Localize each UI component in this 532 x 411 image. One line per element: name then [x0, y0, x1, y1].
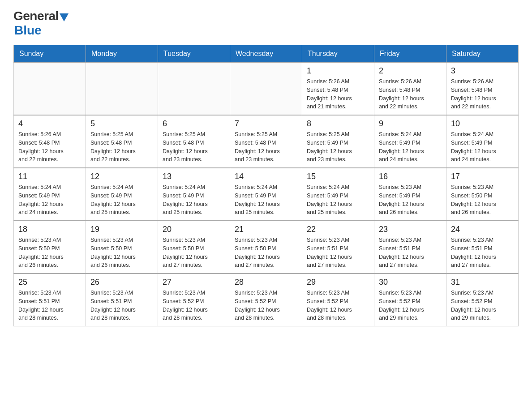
- calendar-cell: 5Sunrise: 5:25 AMSunset: 5:48 PMDaylight…: [86, 115, 158, 168]
- day-number: 2: [379, 66, 442, 76]
- day-number: 1: [307, 66, 369, 76]
- calendar-cell: 9Sunrise: 5:24 AMSunset: 5:49 PMDaylight…: [374, 115, 446, 168]
- day-info: Sunrise: 5:24 AMSunset: 5:49 PMDaylight:…: [18, 183, 81, 217]
- calendar-cell: 30Sunrise: 5:23 AMSunset: 5:52 PMDayligh…: [374, 274, 446, 326]
- calendar-cell: 3Sunrise: 5:26 AMSunset: 5:48 PMDaylight…: [446, 63, 519, 116]
- calendar-header-row: SundayMondayTuesdayWednesdayThursdayFrid…: [14, 45, 519, 63]
- day-info: Sunrise: 5:23 AMSunset: 5:52 PMDaylight:…: [235, 289, 297, 322]
- page-header: General Blue: [13, 9, 519, 38]
- calendar-cell: 26Sunrise: 5:23 AMSunset: 5:51 PMDayligh…: [86, 274, 158, 326]
- calendar-cell: 21Sunrise: 5:23 AMSunset: 5:50 PMDayligh…: [230, 221, 302, 274]
- calendar-cell: 15Sunrise: 5:24 AMSunset: 5:49 PMDayligh…: [302, 168, 374, 221]
- calendar-cell: 31Sunrise: 5:23 AMSunset: 5:52 PMDayligh…: [446, 274, 519, 326]
- day-info: Sunrise: 5:23 AMSunset: 5:51 PMDaylight:…: [18, 289, 81, 322]
- day-info: Sunrise: 5:26 AMSunset: 5:48 PMDaylight:…: [307, 77, 369, 111]
- calendar-cell: 24Sunrise: 5:23 AMSunset: 5:51 PMDayligh…: [446, 221, 519, 274]
- day-info: Sunrise: 5:23 AMSunset: 5:52 PMDaylight:…: [307, 289, 369, 322]
- day-number: 7: [235, 119, 297, 128]
- calendar-cell: 17Sunrise: 5:23 AMSunset: 5:50 PMDayligh…: [446, 168, 519, 221]
- calendar-week-row: 18Sunrise: 5:23 AMSunset: 5:50 PMDayligh…: [14, 221, 519, 274]
- calendar-header-wednesday: Wednesday: [230, 45, 302, 63]
- day-number: 19: [90, 225, 153, 234]
- calendar-cell: 16Sunrise: 5:23 AMSunset: 5:49 PMDayligh…: [374, 168, 446, 221]
- calendar-cell: 1Sunrise: 5:26 AMSunset: 5:48 PMDaylight…: [302, 63, 374, 116]
- calendar-cell: 8Sunrise: 5:25 AMSunset: 5:49 PMDaylight…: [302, 115, 374, 168]
- day-number: 5: [90, 119, 153, 128]
- day-info: Sunrise: 5:25 AMSunset: 5:48 PMDaylight:…: [235, 130, 297, 164]
- day-info: Sunrise: 5:23 AMSunset: 5:52 PMDaylight:…: [163, 289, 225, 322]
- calendar-cell: [230, 63, 302, 116]
- day-number: 29: [307, 278, 369, 287]
- calendar-cell: 2Sunrise: 5:26 AMSunset: 5:48 PMDaylight…: [374, 63, 446, 116]
- calendar-header-sunday: Sunday: [14, 45, 86, 63]
- calendar-cell: 25Sunrise: 5:23 AMSunset: 5:51 PMDayligh…: [14, 274, 86, 326]
- calendar-cell: [14, 63, 86, 116]
- calendar-cell: 7Sunrise: 5:25 AMSunset: 5:48 PMDaylight…: [230, 115, 302, 168]
- day-info: Sunrise: 5:23 AMSunset: 5:50 PMDaylight:…: [451, 183, 514, 217]
- calendar-table: SundayMondayTuesdayWednesdayThursdayFrid…: [13, 45, 519, 326]
- day-number: 9: [379, 119, 442, 128]
- day-number: 31: [451, 278, 514, 287]
- day-info: Sunrise: 5:23 AMSunset: 5:51 PMDaylight:…: [90, 289, 153, 322]
- day-number: 15: [307, 172, 369, 181]
- day-info: Sunrise: 5:24 AMSunset: 5:49 PMDaylight:…: [235, 183, 297, 217]
- day-number: 22: [307, 225, 369, 234]
- calendar-week-row: 11Sunrise: 5:24 AMSunset: 5:49 PMDayligh…: [14, 168, 519, 221]
- day-number: 18: [18, 225, 81, 234]
- calendar-header-saturday: Saturday: [446, 45, 519, 63]
- calendar-cell: 13Sunrise: 5:24 AMSunset: 5:49 PMDayligh…: [158, 168, 230, 221]
- day-info: Sunrise: 5:24 AMSunset: 5:49 PMDaylight:…: [307, 183, 369, 217]
- calendar-cell: 11Sunrise: 5:24 AMSunset: 5:49 PMDayligh…: [14, 168, 86, 221]
- calendar-week-row: 25Sunrise: 5:23 AMSunset: 5:51 PMDayligh…: [14, 274, 519, 326]
- day-info: Sunrise: 5:23 AMSunset: 5:52 PMDaylight:…: [379, 289, 442, 322]
- calendar-cell: 19Sunrise: 5:23 AMSunset: 5:50 PMDayligh…: [86, 221, 158, 274]
- calendar-cell: 14Sunrise: 5:24 AMSunset: 5:49 PMDayligh…: [230, 168, 302, 221]
- day-info: Sunrise: 5:26 AMSunset: 5:48 PMDaylight:…: [18, 130, 81, 164]
- calendar-cell: [86, 63, 158, 116]
- calendar-cell: 10Sunrise: 5:24 AMSunset: 5:49 PMDayligh…: [446, 115, 519, 168]
- day-number: 26: [90, 278, 153, 287]
- day-number: 23: [379, 225, 442, 234]
- day-number: 13: [163, 172, 225, 181]
- calendar-header-tuesday: Tuesday: [158, 45, 230, 63]
- day-number: 12: [90, 172, 153, 181]
- calendar-week-row: 4Sunrise: 5:26 AMSunset: 5:48 PMDaylight…: [14, 115, 519, 168]
- calendar-cell: 29Sunrise: 5:23 AMSunset: 5:52 PMDayligh…: [302, 274, 374, 326]
- day-info: Sunrise: 5:24 AMSunset: 5:49 PMDaylight:…: [451, 130, 514, 164]
- day-info: Sunrise: 5:25 AMSunset: 5:48 PMDaylight:…: [90, 130, 153, 164]
- calendar-cell: 20Sunrise: 5:23 AMSunset: 5:50 PMDayligh…: [158, 221, 230, 274]
- day-info: Sunrise: 5:23 AMSunset: 5:51 PMDaylight:…: [307, 236, 369, 270]
- day-info: Sunrise: 5:23 AMSunset: 5:50 PMDaylight:…: [18, 236, 81, 270]
- day-info: Sunrise: 5:26 AMSunset: 5:48 PMDaylight:…: [379, 77, 442, 111]
- calendar-cell: 22Sunrise: 5:23 AMSunset: 5:51 PMDayligh…: [302, 221, 374, 274]
- day-info: Sunrise: 5:25 AMSunset: 5:48 PMDaylight:…: [163, 130, 225, 164]
- calendar-cell: 12Sunrise: 5:24 AMSunset: 5:49 PMDayligh…: [86, 168, 158, 221]
- day-info: Sunrise: 5:23 AMSunset: 5:50 PMDaylight:…: [90, 236, 153, 270]
- day-number: 16: [379, 172, 442, 181]
- day-info: Sunrise: 5:23 AMSunset: 5:50 PMDaylight:…: [235, 236, 297, 270]
- logo-blue-text: Blue: [14, 23, 42, 38]
- calendar-header-friday: Friday: [374, 45, 446, 63]
- calendar-cell: 27Sunrise: 5:23 AMSunset: 5:52 PMDayligh…: [158, 274, 230, 326]
- day-info: Sunrise: 5:24 AMSunset: 5:49 PMDaylight:…: [163, 183, 225, 217]
- day-info: Sunrise: 5:23 AMSunset: 5:50 PMDaylight:…: [163, 236, 225, 270]
- calendar-week-row: 1Sunrise: 5:26 AMSunset: 5:48 PMDaylight…: [14, 63, 519, 116]
- day-number: 3: [451, 66, 514, 76]
- day-info: Sunrise: 5:23 AMSunset: 5:51 PMDaylight:…: [451, 236, 514, 270]
- calendar-cell: 6Sunrise: 5:25 AMSunset: 5:48 PMDaylight…: [158, 115, 230, 168]
- day-number: 28: [235, 278, 297, 287]
- day-info: Sunrise: 5:24 AMSunset: 5:49 PMDaylight:…: [379, 130, 442, 164]
- calendar-cell: [158, 63, 230, 116]
- calendar-cell: 4Sunrise: 5:26 AMSunset: 5:48 PMDaylight…: [14, 115, 86, 168]
- day-info: Sunrise: 5:23 AMSunset: 5:51 PMDaylight:…: [379, 236, 442, 270]
- day-number: 17: [451, 172, 514, 181]
- day-info: Sunrise: 5:26 AMSunset: 5:48 PMDaylight:…: [451, 77, 514, 111]
- day-info: Sunrise: 5:25 AMSunset: 5:49 PMDaylight:…: [307, 130, 369, 164]
- calendar-cell: 18Sunrise: 5:23 AMSunset: 5:50 PMDayligh…: [14, 221, 86, 274]
- calendar-header-monday: Monday: [86, 45, 158, 63]
- day-number: 25: [18, 278, 81, 287]
- logo-triangle-icon: [60, 13, 69, 21]
- calendar-header-thursday: Thursday: [302, 45, 374, 63]
- day-info: Sunrise: 5:23 AMSunset: 5:52 PMDaylight:…: [451, 289, 514, 322]
- logo-general-text: General: [13, 9, 59, 23]
